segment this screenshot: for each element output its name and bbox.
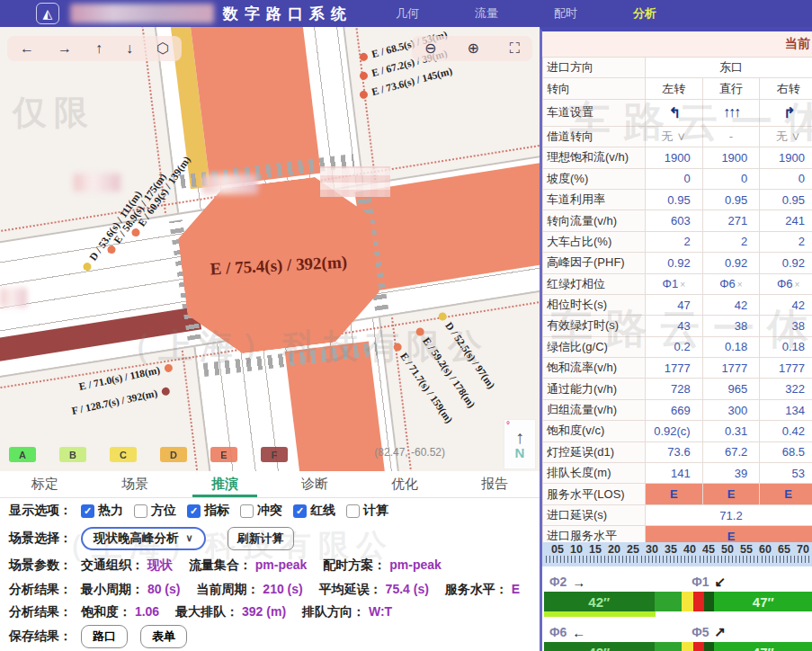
option-计算[interactable]: 计算 (346, 503, 388, 519)
value-cell[interactable]: 300 (702, 399, 760, 420)
value-cell[interactable]: 0 (702, 168, 760, 189)
straight-lane-icon: ↑↑↑ (723, 104, 739, 120)
borrow-turn-select[interactable]: 无 ∨ (760, 126, 812, 147)
value-cell[interactable]: 322 (760, 379, 812, 399)
refresh-compute-button[interactable]: 刷新计算 (228, 527, 294, 550)
value-cell[interactable]: 0.95 (760, 189, 812, 210)
param-key: 最小周期： (81, 582, 144, 596)
value-cell[interactable]: 141 (646, 463, 703, 484)
value-cell[interactable]: 0.92 (702, 253, 760, 273)
value-cell[interactable]: 965 (702, 379, 760, 399)
value-cell[interactable]: 0.95 (702, 189, 760, 210)
tab-推演[interactable]: 推演 (180, 471, 270, 497)
checked-checkbox[interactable]: ✓ (293, 504, 307, 518)
pan-right-icon[interactable]: → (58, 41, 72, 56)
intersection-map-canvas[interactable]: 仅限 （上海）科技有限公 E / 75. (0, 27, 540, 471)
value-cell[interactable]: 67.2 (702, 441, 760, 462)
phase-cell[interactable]: Φ1× (646, 273, 703, 294)
value-cell[interactable]: 0.2 (646, 336, 703, 357)
compass: ° ↑ N (504, 419, 536, 469)
scene-select-dropdown[interactable]: 现状晚高峰分析 ∨ (81, 527, 206, 550)
value-cell[interactable]: 42 (760, 294, 812, 315)
zoom-in-icon[interactable]: ⊕ (467, 41, 478, 56)
ruler-tick-label: 30 (646, 543, 658, 556)
value-cell[interactable]: 1900 (760, 147, 812, 168)
value-cell[interactable]: 0.18 (702, 336, 760, 357)
checked-checkbox[interactable]: ✓ (81, 504, 94, 518)
option-热力[interactable]: ✓热力 (81, 503, 123, 519)
nav-item-几何[interactable]: 几何 (396, 5, 419, 22)
value-cell[interactable]: 68.5 (760, 441, 812, 462)
value-cell[interactable]: 0.92 (760, 253, 812, 273)
remove-phase-icon[interactable]: × (737, 280, 743, 290)
value-cell[interactable]: 1900 (646, 147, 703, 168)
value-cell[interactable]: 53 (760, 463, 812, 484)
save-路口-button[interactable]: 路口 (81, 625, 128, 648)
polygon-select-icon[interactable]: ⬡ (156, 41, 169, 56)
tab-标定[interactable]: 标定 (0, 471, 90, 497)
tab-场景[interactable]: 场景 (90, 471, 180, 497)
pan-left-icon[interactable]: ← (20, 41, 34, 56)
option-方位[interactable]: 方位 (134, 503, 176, 519)
value-cell[interactable]: 38 (760, 316, 812, 336)
value-cell[interactable]: 43 (646, 316, 703, 336)
direction-value: 东口 (646, 58, 812, 78)
option-指标[interactable]: ✓指标 (187, 503, 229, 519)
borrow-turn-select[interactable]: 无 ∨ (646, 126, 703, 147)
save-表单-button[interactable]: 表单 (140, 625, 187, 648)
phase-direction-icon: → (572, 575, 585, 590)
value-cell[interactable]: 0.18 (760, 336, 812, 357)
unchecked-checkbox[interactable] (240, 504, 254, 518)
value-cell[interactable]: 0.31 (702, 421, 760, 441)
phase-name: Φ6 (549, 625, 567, 639)
nav-item-分析[interactable]: 分析 (633, 5, 656, 22)
phase-direction-icon: ↙ (715, 574, 727, 590)
tab-优化[interactable]: 优化 (360, 471, 450, 497)
value-cell[interactable]: 38 (702, 316, 760, 336)
value-cell[interactable]: 241 (760, 210, 812, 231)
pan-down-icon[interactable]: ↓ (126, 41, 133, 56)
value-cell[interactable]: 0.42 (760, 421, 812, 441)
table-row: 灯控延误(d1)73.667.268.5 (543, 441, 812, 462)
value-cell[interactable]: 47 (646, 294, 703, 315)
value-cell[interactable]: 39 (702, 463, 760, 484)
pan-up-icon[interactable]: ↑ (95, 41, 103, 56)
value-cell[interactable]: 2 (760, 231, 812, 252)
value-cell[interactable]: 728 (646, 379, 703, 399)
value-cell[interactable]: 1777 (646, 358, 703, 379)
param-value: 现状 (144, 557, 173, 572)
value-cell[interactable]: 0.92(c) (646, 421, 703, 441)
borrow-turn-select[interactable]: - (702, 126, 760, 147)
nav-item-流量[interactable]: 流量 (475, 5, 498, 22)
value-cell[interactable]: 1777 (702, 358, 760, 379)
value-cell[interactable]: 0 (760, 168, 812, 189)
unchecked-checkbox[interactable] (346, 504, 360, 518)
option-红线[interactable]: ✓红线 (293, 503, 335, 519)
remove-phase-icon[interactable]: × (795, 280, 800, 290)
phase-cell[interactable]: Φ6× (702, 273, 760, 294)
fit-screen-icon[interactable]: ⛶ (510, 41, 520, 56)
value-cell[interactable]: 2 (646, 231, 703, 252)
zoom-out-icon[interactable]: ⊖ (424, 41, 436, 56)
tab-诊断[interactable]: 诊断 (270, 471, 360, 497)
ruler-tick-label: 60 (759, 543, 772, 556)
tab-报告[interactable]: 报告 (450, 471, 540, 497)
value-cell[interactable]: 2 (702, 231, 760, 252)
checked-checkbox[interactable]: ✓ (187, 504, 201, 518)
value-cell[interactable]: 1777 (760, 358, 812, 379)
value-cell[interactable]: 0.95 (646, 189, 703, 210)
value-cell[interactable]: 271 (702, 210, 760, 231)
value-cell[interactable]: 1900 (702, 147, 760, 168)
unchecked-checkbox[interactable] (134, 504, 147, 518)
value-cell[interactable]: 603 (646, 210, 703, 231)
nav-item-配时[interactable]: 配时 (554, 5, 577, 22)
value-cell[interactable]: 134 (760, 399, 812, 420)
remove-phase-icon[interactable]: × (680, 280, 685, 290)
value-cell[interactable]: 0 (646, 168, 703, 189)
phase-cell[interactable]: Φ6× (760, 273, 812, 294)
value-cell[interactable]: 73.6 (646, 441, 703, 462)
value-cell[interactable]: 669 (646, 399, 703, 420)
option-冲突[interactable]: 冲突 (240, 503, 282, 519)
value-cell[interactable]: 0.92 (646, 253, 703, 273)
value-cell[interactable]: 42 (702, 294, 760, 315)
